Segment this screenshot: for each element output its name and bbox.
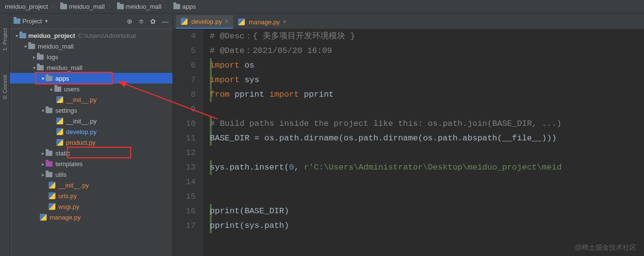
folder-icon (54, 86, 61, 92)
chevron-right-icon: 〉 (51, 2, 57, 11)
project-tree[interactable]: ▾ meiduo_project C:\Users\Administrat ▾ … (10, 29, 172, 256)
code-editor[interactable]: 456 789 101112 131415 1617 # @Desc：{ 美多项… (173, 29, 644, 256)
tree-folder-meiduo-mall[interactable]: ▾ meiduo_mall (10, 62, 172, 73)
tree-folder-apps[interactable]: ▾ apps (10, 73, 172, 84)
tree-folder[interactable]: ▸ logs (10, 51, 172, 62)
folder-icon (46, 172, 52, 177)
tool-tab-project[interactable]: 1: Project (2, 28, 8, 51)
tree-file[interactable]: __init__.py (10, 116, 172, 126)
tool-window-strip: 1: Project 0: Commit (0, 14, 10, 256)
tree-file[interactable]: __init__.py (10, 180, 172, 190)
collapse-icon[interactable]: — (162, 17, 169, 25)
tree-folder[interactable]: ▸ utils (10, 169, 172, 180)
close-icon[interactable]: × (225, 18, 228, 25)
python-file-icon (56, 118, 63, 124)
chevron-right-icon: 〉 (164, 2, 170, 11)
editor-tabs: develop.py × manage.py × (173, 14, 644, 29)
python-file-icon (238, 18, 245, 25)
tree-folder[interactable]: ▾ meiduo_mall (10, 41, 172, 51)
breadcrumb-item[interactable]: apps (173, 3, 196, 10)
python-file-icon (56, 96, 63, 103)
project-icon (19, 33, 26, 38)
breadcrumb-bar: meiduo_project 〉 meiduo_mall 〉 meiduo_ma… (0, 0, 644, 14)
python-file-icon (56, 128, 63, 135)
folder-icon (46, 108, 52, 113)
breadcrumb-item[interactable]: meiduo_mall (117, 3, 162, 10)
folder-icon (60, 4, 67, 9)
tree-file-develop[interactable]: develop.py (10, 126, 172, 137)
project-sidebar: Project ▼ ⊕ ≑ ✿ — ▾ meiduo_project C:\Us… (10, 14, 173, 256)
folder-icon (37, 65, 44, 70)
sidebar-header: Project ▼ ⊕ ≑ ✿ — (10, 14, 172, 29)
tree-file[interactable]: __init__.py (10, 94, 172, 105)
gear-icon[interactable]: ✿ (150, 17, 156, 25)
watermark: @稀土掘金技术社区 (575, 243, 636, 252)
chevron-right-icon: 〉 (108, 2, 114, 11)
sidebar-title[interactable]: Project ▼ (14, 17, 121, 25)
tree-folder[interactable]: ▸ users (10, 84, 172, 94)
filter-icon[interactable]: ≑ (138, 17, 144, 25)
tree-folder[interactable]: ▸ templates (10, 158, 172, 169)
python-file-icon (49, 182, 55, 188)
folder-icon (28, 44, 35, 49)
tree-file[interactable]: wsgi.py (10, 201, 172, 212)
tree-file[interactable]: product.py (10, 137, 172, 148)
folder-icon (37, 54, 44, 60)
python-file-icon (49, 203, 55, 210)
locate-icon[interactable]: ⊕ (127, 17, 133, 25)
folder-icon (46, 151, 52, 156)
code-body[interactable]: # @Desc：{ 美多项目开发环境模块 } # @Date：2021/05/2… (203, 29, 644, 256)
breadcrumb-item[interactable]: meiduo_mall (60, 3, 105, 10)
editor-area: develop.py × manage.py × 456 789 101112 … (173, 14, 644, 256)
folder-icon (46, 76, 52, 81)
tree-folder[interactable]: ▸ static (10, 148, 172, 158)
tool-tab-commit[interactable]: 0: Commit (2, 75, 8, 99)
python-file-icon (56, 139, 63, 146)
close-icon[interactable]: × (283, 18, 286, 25)
breadcrumb-item[interactable]: meiduo_project (5, 3, 48, 10)
tree-file[interactable]: urls.py (10, 190, 172, 201)
tab-develop[interactable]: develop.py × (176, 15, 233, 29)
folder-icon (173, 4, 180, 9)
folder-icon (117, 4, 124, 9)
line-gutter: 456 789 101112 131415 1617 (173, 29, 203, 256)
tree-root[interactable]: ▾ meiduo_project C:\Users\Administrat (10, 30, 172, 41)
tree-folder[interactable]: ▾ settings (10, 105, 172, 116)
templates-folder-icon (46, 161, 52, 167)
tab-manage[interactable]: manage.py × (233, 15, 291, 29)
project-icon (14, 18, 20, 24)
python-file-icon (181, 18, 187, 25)
python-file-icon (40, 214, 47, 221)
tree-file[interactable]: manage.py (10, 212, 172, 222)
python-file-icon (49, 192, 55, 199)
